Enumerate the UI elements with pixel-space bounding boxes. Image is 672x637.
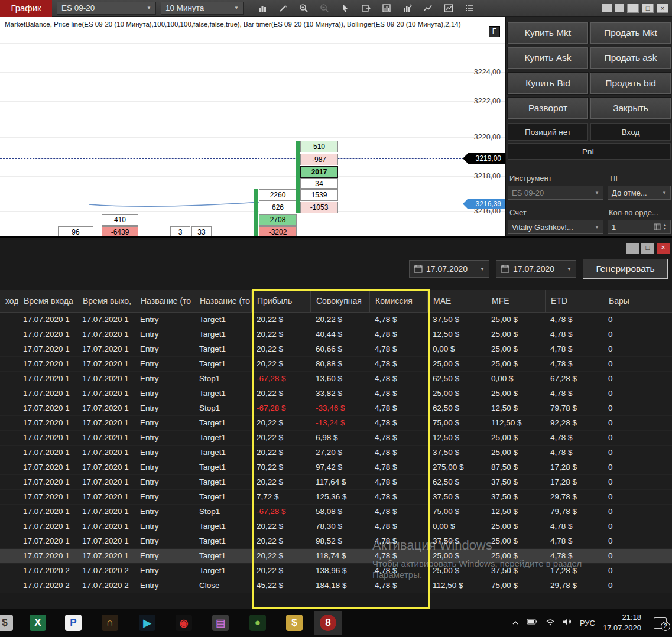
table-row[interactable]: 17.07.2020 117.07.2020 1EntryTarget17,72… [0, 490, 672, 505]
cursor-icon[interactable] [339, 2, 351, 14]
table-row[interactable]: 17.07.2020 117.07.2020 1EntryTarget120,2… [0, 386, 672, 401]
battery-icon[interactable] [527, 618, 538, 628]
table-cell: Target1 [194, 342, 251, 356]
maximize-button[interactable]: □ [642, 4, 654, 13]
column-header[interactable]: MFE [486, 290, 545, 312]
table-cell: 17.07.2020 1 [77, 519, 135, 534]
wifi-icon[interactable] [546, 618, 555, 628]
tif-dropdown[interactable]: До отме... ▼ [608, 186, 671, 200]
chart-window-icon[interactable] [381, 2, 392, 14]
buy-bid-button[interactable]: Купить Bid [508, 73, 588, 94]
report-close-button[interactable]: × [657, 243, 670, 254]
table-row[interactable]: 17.07.2020 117.07.2020 1EntryTarget170,2… [0, 460, 672, 475]
instrument-dropdown[interactable]: ES 09-20 ▼ [508, 186, 603, 200]
clock[interactable]: 21:18 17.07.2020 [603, 612, 641, 633]
table-row[interactable]: 17.07.2020 117.07.2020 1EntryTarget120,2… [0, 327, 672, 342]
layout-square-icon[interactable] [602, 4, 612, 12]
generate-button[interactable]: Генерировать [583, 259, 668, 279]
table-cell: Entry [135, 564, 194, 578]
date-from-picker[interactable]: 17.07.2020 ▼ [409, 260, 489, 278]
taskbar-app-bird-app[interactable]: ▶ [133, 611, 161, 635]
table-row[interactable]: 17.07.2020 117.07.2020 1EntryStop1-67,28… [0, 505, 672, 519]
pnl-tab[interactable]: PnL [508, 143, 671, 160]
report-maximize-button[interactable]: □ [641, 243, 654, 254]
column-header[interactable]: Совокупная [310, 290, 369, 312]
taskbar-app-record[interactable]: ◉ [170, 611, 198, 635]
table-row[interactable]: 17.07.2020 117.07.2020 1EntryTarget120,2… [0, 534, 672, 549]
table-cell: 20,22 $ [251, 327, 310, 342]
column-header[interactable]: Название (то [135, 290, 194, 312]
r-trader-icon: Р [65, 615, 82, 631]
chart-canvas[interactable]: MarketBalance, Price line(ES 09-20 (10 М… [0, 17, 505, 236]
table-row[interactable]: 17.07.2020 117.07.2020 1EntryTarget120,2… [0, 475, 672, 490]
zoom-in-icon[interactable] [298, 2, 310, 14]
table-row[interactable]: 17.07.2020 117.07.2020 1EntryTarget120,2… [0, 519, 672, 534]
instrument-select[interactable]: ES 09-20 ▼ [57, 2, 156, 15]
column-header[interactable]: Прибыль [251, 290, 310, 312]
close-position-button[interactable]: Закрыть [590, 98, 671, 119]
bird-app-icon: ▶ [139, 615, 155, 631]
taskbar-app-atas[interactable]: 8 [314, 611, 342, 635]
reverse-button[interactable]: Разворот [508, 98, 588, 119]
sell-ask-button[interactable]: Продать ask [590, 47, 671, 69]
table-row[interactable]: 17.07.2020 217.07.2020 2EntryTarget120,2… [0, 564, 672, 578]
table-row[interactable]: 17.07.2020 117.07.2020 1EntryTarget120,2… [0, 313, 672, 327]
taskbar-app-excel[interactable]: X [24, 611, 52, 635]
chart-frame-icon[interactable] [443, 2, 455, 14]
column-header[interactable]: Комиссия [369, 290, 427, 312]
taskbar-app-r-trader[interactable]: Р [59, 611, 87, 635]
language-indicator[interactable]: РУС [580, 619, 595, 628]
bar-chart-icon[interactable] [257, 2, 268, 14]
notifications-icon[interactable]: 2 [654, 618, 667, 629]
volume-chart-icon[interactable] [401, 2, 413, 14]
table-row[interactable]: 17.07.2020 117.07.2020 1EntryTarget120,2… [0, 549, 672, 564]
sell-mkt-button[interactable]: Продать Mkt [590, 22, 671, 44]
table-cell: 4,78 $ [545, 357, 603, 371]
column-header[interactable]: хода [0, 290, 18, 312]
current-price-line [0, 158, 473, 159]
speaker-icon[interactable] [563, 618, 572, 628]
stepper-arrows-icon[interactable]: ▲▼ [663, 223, 667, 230]
column-header[interactable]: MAE [427, 290, 486, 312]
column-header[interactable]: Бары [603, 290, 672, 312]
buy-ask-button[interactable]: Купить Ask [508, 47, 588, 69]
taskbar-app-mql[interactable]: ∩ [96, 611, 124, 635]
column-header[interactable]: Время выхо, [77, 290, 135, 312]
zoom-out-icon[interactable] [319, 2, 330, 14]
table-cell: 4,78 $ [369, 372, 427, 386]
table-row[interactable]: 17.07.2020 117.07.2020 1EntryStop1-67,28… [0, 401, 672, 416]
table-row[interactable]: 17.07.2020 117.07.2020 1EntryTarget120,2… [0, 446, 672, 460]
taskbar-app-clipped-app[interactable]: $ [0, 611, 19, 635]
list-icon[interactable] [463, 2, 475, 14]
timeframe-select[interactable]: 10 Минута ▼ [161, 2, 244, 15]
tray-expand-icon[interactable] [512, 618, 519, 628]
layout-square-icon[interactable] [615, 4, 624, 12]
entry-tab[interactable]: Вход [590, 123, 671, 141]
drawing-tools-icon[interactable] [277, 2, 289, 14]
date-to-picker[interactable]: 17.07.2020 ▼ [496, 260, 576, 278]
column-header[interactable]: Время входа [18, 290, 77, 312]
report-minimize-button[interactable]: – [626, 243, 639, 254]
sell-bid-button[interactable]: Продать bid [590, 73, 671, 94]
buy-mkt-button[interactable]: Купить Mkt [508, 22, 588, 44]
table-row[interactable]: 17.07.2020 117.07.2020 1EntryTarget120,2… [0, 357, 672, 372]
account-dropdown[interactable]: Vitaliy Gashkov!... ▼ [508, 220, 603, 234]
chart-tab[interactable]: График [0, 0, 52, 17]
minimize-button[interactable]: – [627, 4, 639, 13]
tif-dropdown-value: До отме... [612, 188, 647, 197]
export-chart-icon[interactable] [360, 2, 372, 14]
line-chart-icon[interactable] [422, 2, 434, 14]
table-row[interactable]: 17.07.2020 117.07.2020 1EntryTarget120,2… [0, 431, 672, 446]
table-row[interactable]: 17.07.2020 217.07.2020 2EntryClose45,22 … [0, 578, 672, 593]
filter-button[interactable]: F [489, 26, 500, 37]
taskbar-app-winrar[interactable]: ▤ [206, 611, 235, 635]
close-button[interactable]: × [657, 4, 668, 13]
taskbar-app-sphere[interactable]: ● [244, 611, 272, 635]
column-header[interactable]: ETD [545, 290, 603, 312]
column-header[interactable]: Название (то [194, 290, 251, 312]
table-row[interactable]: 17.07.2020 117.07.2020 1EntryStop1-67,28… [0, 372, 672, 386]
table-row[interactable]: 17.07.2020 117.07.2020 1EntryTarget120,2… [0, 416, 672, 431]
taskbar-app-dollar[interactable]: $ [280, 611, 309, 635]
table-row[interactable]: 17.07.2020 117.07.2020 1EntryTarget120,2… [0, 342, 672, 357]
quantity-stepper[interactable]: 1 ▲▼ [608, 220, 671, 234]
